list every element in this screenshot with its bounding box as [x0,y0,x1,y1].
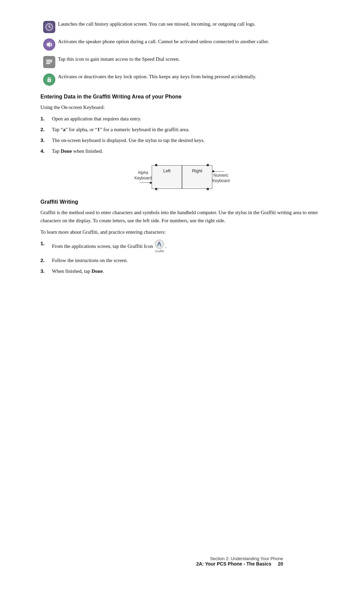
alpha-connector [140,182,152,184]
section2-step3: When finished, tap Done. [40,267,324,275]
graffiti-icon-svg [155,239,164,249]
svg-rect-4 [46,63,50,64]
dot-bottom-right [207,188,209,190]
speeddial-text: Tap this icon to gain instant access to … [58,55,324,63]
section2-para1: Graffiti is the method used to enter cha… [40,208,324,225]
call-history-svg [46,23,53,31]
speeddial-icon-cell [40,55,58,68]
dot-bottom-left [155,188,157,190]
section2-step1-text: From the applications screen, tap the Gr… [52,239,166,254]
right-key-label: Right [182,166,212,189]
keylock-text: Activates or deactivates the key lock op… [58,73,324,81]
section2-step3-text: When finished, tap Done. [52,267,104,275]
section1-heading: Entering Data in the Graffiti Writing Ar… [40,94,324,100]
step2-bold-a: a [63,127,66,132]
page-footer: Section 2: Understanding Your Phone 2A: … [196,556,283,567]
svg-rect-3 [46,61,52,62]
speaker-text: Activates the speaker phone option durin… [58,38,324,46]
numeric-connector [212,170,224,172]
icon-row-speaker: Activates the speaker phone option durin… [40,38,324,51]
section2-step2-text: Follow the instructions on the screen. [52,256,128,264]
keyboard-diagram-full: AlphaKeyboard Left Right [134,165,230,189]
section2-steps: From the applications screen, tap the Gr… [40,239,324,275]
numeric-label-group: NumericKeyboard [212,170,230,183]
step2: Tap “a” for alpha, or “1” for a numeric … [40,125,324,134]
graffiti-icon-inline: Graffiti [155,239,164,254]
alpha-keyboard-label: AlphaKeyboard [134,170,152,181]
section2-step1: From the applications screen, tap the Gr… [40,239,324,254]
footer-chapter-label: 2A: Your PCS Phone - The Basics 20 [196,561,283,567]
alpha-line [140,182,150,183]
call-history-text: Launches the call history application sc… [58,20,324,28]
alpha-label-group: AlphaKeyboard [134,170,152,183]
page-content: Launches the call history application sc… [40,20,324,587]
dot-top-right [207,164,209,166]
speaker-icon [43,38,55,51]
svg-point-6 [49,80,50,81]
footer-page-number: 20 [278,561,283,567]
step3-text: The on-screen keyboard is displayed. Use… [52,136,205,144]
section2-heading: Graffiti Writing [40,199,324,205]
section1-steps: Open an application that requires data e… [40,115,324,155]
keylock-svg [46,76,53,83]
keylock-icon [43,74,55,86]
footer-chapter-text: 2A: Your PCS Phone - The Basics [196,561,271,567]
step2-bold-1: 1 [97,127,100,132]
icon-row-keylock: Activates or deactivates the key lock op… [40,73,324,86]
numeric-keyboard-label: NumericKeyboard [212,173,230,183]
speaker-icon-cell [40,38,58,51]
step4-done-bold: Done [61,148,72,154]
keyboard-box: Left Right [152,165,212,189]
step4-text: Tap Done when finished. [52,147,103,155]
step2-text: Tap “a” for alpha, or “1” for a numeric … [52,125,189,134]
numeric-line [214,171,224,172]
keyboard-box-wrapper: Left Right [152,165,212,189]
keylock-icon-cell [40,73,58,86]
keyboard-diagram: AlphaKeyboard Left Right [40,165,324,189]
speeddial-icon [43,56,55,68]
svg-rect-2 [46,60,52,61]
icon-row-call-history: Launches the call history application sc… [40,20,324,33]
section1-intro: Using the On-screen Keyboard: [40,103,324,111]
section2-done-bold: Done [91,268,102,274]
step1-text: Open an application that requires data e… [52,115,141,123]
speaker-svg [46,41,53,48]
call-history-icon-cell [40,20,58,33]
step1: Open an application that requires data e… [40,115,324,123]
svg-marker-1 [47,42,50,47]
section2-step2: Follow the instructions on the screen. [40,256,324,264]
call-history-icon [43,21,55,33]
graffiti-icon-label: Graffiti [155,249,164,254]
speeddial-svg [46,58,53,66]
dot-top-left [155,164,157,166]
step4: Tap Done when finished. [40,147,324,155]
footer-section-label: Section 2: Understanding Your Phone [196,556,283,561]
section2-para2: To learn more about Graffiti, and practi… [40,228,324,236]
left-key-label: Left [152,166,182,189]
icon-row-speeddial: Tap this icon to gain instant access to … [40,55,324,68]
step3: The on-screen keyboard is displayed. Use… [40,136,324,144]
